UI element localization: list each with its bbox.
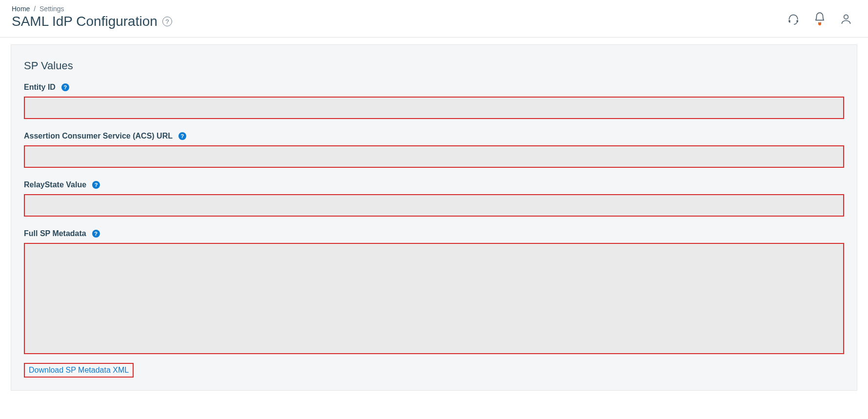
entity-id-help-icon[interactable]: ? xyxy=(61,83,69,91)
page-title-row: SAML IdP Configuration ? xyxy=(12,14,172,29)
download-sp-metadata-link[interactable]: Download SP Metadata XML xyxy=(24,363,134,378)
relay-state-input[interactable] xyxy=(24,194,844,217)
page-header: Home / Settings SAML IdP Configuration ? xyxy=(0,0,868,38)
full-sp-metadata-textarea[interactable] xyxy=(24,243,844,354)
relay-state-label: RelayState Value xyxy=(24,180,86,189)
notification-dot-icon xyxy=(818,22,821,25)
acs-url-help-icon[interactable]: ? xyxy=(178,132,186,140)
breadcrumb: Home / Settings xyxy=(12,5,172,13)
scroll-gap xyxy=(0,38,868,44)
relay-state-label-row: RelayState Value ? xyxy=(24,180,844,189)
entity-id-label: Entity ID xyxy=(24,83,56,92)
page-title: SAML IdP Configuration xyxy=(12,14,158,29)
svg-point-0 xyxy=(844,15,848,19)
breadcrumb-settings[interactable]: Settings xyxy=(39,5,64,13)
sp-values-panel: SP Values Entity ID ? Assertion Consumer… xyxy=(11,44,857,391)
entity-id-input[interactable] xyxy=(24,97,844,119)
entity-id-label-row: Entity ID ? xyxy=(24,83,844,92)
header-icons xyxy=(787,5,856,26)
help-icon[interactable]: ? xyxy=(162,17,172,26)
relay-state-help-icon[interactable]: ? xyxy=(92,181,100,189)
acs-url-label: Assertion Consumer Service (ACS) URL xyxy=(24,132,173,140)
acs-url-input[interactable] xyxy=(24,145,844,168)
full-sp-metadata-label: Full SP Metadata xyxy=(24,229,86,238)
acs-url-label-row: Assertion Consumer Service (ACS) URL ? xyxy=(24,132,844,140)
header-left: Home / Settings SAML IdP Configuration ? xyxy=(12,5,172,29)
headset-icon[interactable] xyxy=(787,13,800,25)
breadcrumb-sep: / xyxy=(34,5,36,13)
body-area: SP Values Entity ID ? Assertion Consumer… xyxy=(0,38,868,419)
sp-values-title: SP Values xyxy=(24,60,844,72)
notifications-wrap[interactable] xyxy=(813,12,826,26)
user-icon[interactable] xyxy=(840,13,852,25)
full-sp-metadata-help-icon[interactable]: ? xyxy=(92,230,100,238)
full-sp-metadata-label-row: Full SP Metadata ? xyxy=(24,229,844,238)
breadcrumb-home[interactable]: Home xyxy=(12,5,30,13)
